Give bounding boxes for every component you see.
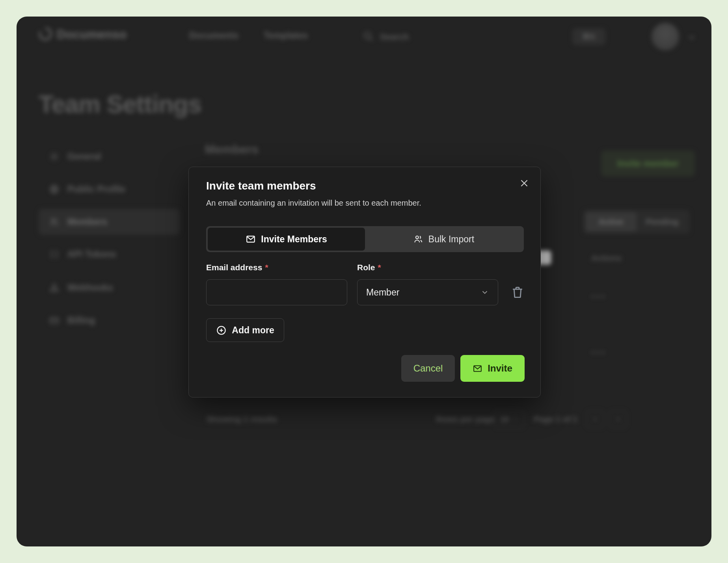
tab-invite-members[interactable]: Invite Members bbox=[208, 228, 365, 251]
invite-member-button[interactable]: Invite member bbox=[601, 151, 695, 177]
cancel-button[interactable]: Cancel bbox=[401, 355, 455, 382]
sidebar-item-billing[interactable]: Billing bbox=[39, 307, 180, 333]
envelope-icon bbox=[473, 364, 482, 373]
modal-subtitle: An email containing an invitation will b… bbox=[206, 199, 421, 208]
trash-icon bbox=[510, 285, 525, 300]
sidebar-item-label: Members bbox=[67, 217, 107, 227]
email-address-field[interactable] bbox=[206, 279, 347, 305]
sidebar-item-public-profile[interactable]: Public Profile bbox=[39, 176, 180, 202]
invite-button[interactable]: Invite bbox=[460, 355, 525, 382]
column-header-actions: Actions bbox=[591, 253, 622, 263]
invite-mode-tabs: Invite Members Bulk Import bbox=[206, 226, 524, 252]
users-icon bbox=[49, 217, 60, 227]
role-select[interactable]: Member bbox=[357, 279, 498, 305]
filter-tab-active[interactable]: Active bbox=[585, 212, 637, 232]
app-window: Documenso Documents Templates Search ⌘K … bbox=[17, 17, 711, 546]
sidebar-item-label: Public Profile bbox=[67, 184, 125, 195]
nav-item-documents[interactable]: Documents bbox=[189, 30, 238, 41]
envelope-icon bbox=[246, 234, 256, 244]
rows-per-page-label: Rows per page bbox=[436, 414, 495, 424]
next-page-button[interactable] bbox=[609, 411, 627, 428]
modal-title: Invite team members bbox=[206, 180, 316, 192]
row-menu-button[interactable]: ··· bbox=[591, 346, 607, 359]
sidebar-item-label: Webhooks bbox=[67, 282, 113, 293]
remove-row-button[interactable] bbox=[510, 285, 525, 300]
chevron-down-icon bbox=[687, 32, 697, 43]
row-menu-button[interactable]: ··· bbox=[591, 290, 607, 303]
role-label: Role* bbox=[357, 263, 381, 272]
sidebar-item-label: Billing bbox=[67, 315, 95, 326]
search-icon bbox=[362, 30, 374, 44]
sidebar-item-members[interactable]: Members bbox=[39, 209, 180, 235]
search-placeholder: Search bbox=[380, 32, 409, 42]
webhook-icon bbox=[49, 282, 60, 293]
invite-team-members-modal: Invite team members An email containing … bbox=[188, 167, 541, 398]
close-icon[interactable] bbox=[519, 178, 529, 188]
brand-name: Documenso bbox=[57, 28, 127, 42]
page-title: Team Settings bbox=[39, 90, 201, 118]
avatar[interactable] bbox=[652, 23, 679, 50]
rows-per-page-value: 10 bbox=[500, 415, 509, 424]
shortcut-badge: ⌘K bbox=[572, 28, 605, 45]
users-icon bbox=[413, 234, 423, 244]
search-box[interactable]: Search bbox=[362, 28, 449, 46]
email-address-label: Email address* bbox=[206, 263, 268, 272]
rows-per-page-select[interactable]: 10 bbox=[494, 411, 524, 428]
invite-button-label: Invite bbox=[488, 363, 512, 374]
chevron-down-icon bbox=[480, 288, 489, 297]
required-mark: * bbox=[265, 263, 268, 272]
filter-tab-pending[interactable]: Pending bbox=[637, 212, 688, 232]
add-more-label: Add more bbox=[232, 325, 274, 336]
documenso-logo-icon bbox=[38, 26, 53, 41]
page-status: Page 1 of 1 bbox=[534, 414, 577, 424]
tab-label: Bulk Import bbox=[428, 234, 474, 245]
chevron-down-icon bbox=[512, 416, 518, 422]
sidebar-item-label: General bbox=[67, 151, 101, 162]
previous-page-button[interactable] bbox=[586, 411, 604, 428]
required-mark: * bbox=[378, 263, 381, 272]
nav-item-templates[interactable]: Templates bbox=[264, 30, 308, 41]
token-icon bbox=[49, 249, 60, 260]
tab-bulk-import[interactable]: Bulk Import bbox=[365, 228, 522, 251]
chevron-right-icon bbox=[614, 415, 622, 423]
sidebar-item-api-tokens[interactable]: API Tokens bbox=[39, 241, 180, 267]
role-selected-value: Member bbox=[366, 287, 399, 298]
sidebar-item-general[interactable]: General bbox=[39, 143, 180, 169]
screen: Documenso Documents Templates Search ⌘K … bbox=[0, 0, 728, 563]
tab-label: Invite Members bbox=[261, 234, 327, 245]
members-heading: Members bbox=[205, 143, 259, 157]
label-text: Email address bbox=[206, 263, 262, 272]
member-filter-toggle: Active Pending bbox=[583, 210, 690, 234]
globe-icon bbox=[49, 184, 60, 195]
label-text: Role bbox=[357, 263, 375, 272]
add-more-button[interactable]: Add more bbox=[206, 318, 284, 342]
sidebar-item-label: API Tokens bbox=[67, 249, 116, 260]
chevron-left-icon bbox=[591, 415, 599, 423]
results-count: Showing 1 results bbox=[207, 414, 277, 424]
billing-icon bbox=[49, 315, 60, 326]
plus-circle-icon bbox=[216, 325, 227, 336]
sidebar-item-webhooks[interactable]: Webhooks bbox=[39, 275, 180, 301]
gear-icon bbox=[49, 151, 60, 162]
